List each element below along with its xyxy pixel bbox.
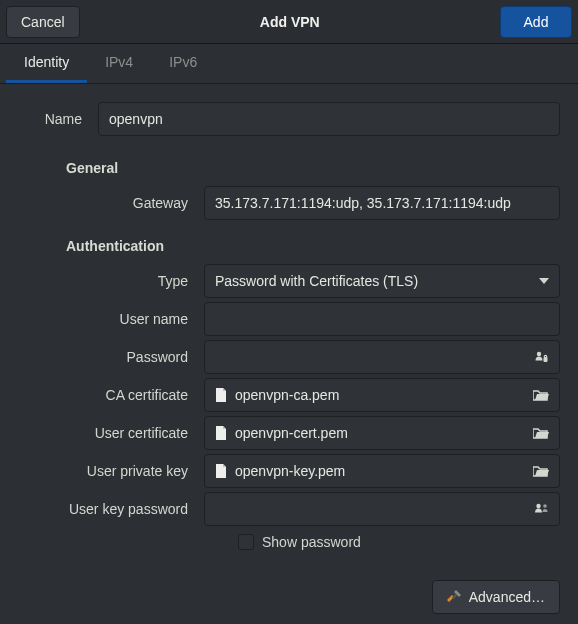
svg-point-0 <box>537 352 541 356</box>
identity-panel: Name General Gateway Authentication Type… <box>0 84 578 624</box>
gateway-input[interactable] <box>204 186 560 220</box>
svg-point-3 <box>536 504 540 508</box>
password-label: Password <box>18 349 204 365</box>
user-cert-label: User certificate <box>18 425 204 441</box>
password-storage-icon[interactable] <box>527 350 555 364</box>
show-password-label: Show password <box>262 534 361 550</box>
tab-bar: Identity IPv4 IPv6 <box>0 44 578 84</box>
cancel-button[interactable]: Cancel <box>6 6 80 38</box>
password-input-wrapper <box>204 340 560 374</box>
section-general: General <box>18 140 560 186</box>
password-input[interactable] <box>215 349 527 365</box>
username-input[interactable] <box>204 302 560 336</box>
svg-point-4 <box>543 504 547 508</box>
private-key-filechooser[interactable]: openvpn-key.pem <box>204 454 560 488</box>
user-cert-filename: openvpn-cert.pem <box>235 425 348 441</box>
ca-cert-filechooser[interactable]: openvpn-ca.pem <box>204 378 560 412</box>
titlebar: Cancel Add VPN Add <box>0 0 578 44</box>
name-input[interactable] <box>98 102 560 136</box>
user-cert-filechooser[interactable]: openvpn-cert.pem <box>204 416 560 450</box>
tab-identity[interactable]: Identity <box>6 44 87 83</box>
open-folder-icon <box>533 427 549 439</box>
show-password-checkbox[interactable] <box>238 534 254 550</box>
private-key-label: User private key <box>18 463 204 479</box>
open-folder-icon <box>533 389 549 401</box>
document-icon <box>215 426 227 440</box>
tab-ipv4[interactable]: IPv4 <box>87 44 151 83</box>
dialog-title: Add VPN <box>260 14 320 30</box>
key-password-input-wrapper <box>204 492 560 526</box>
auth-type-value: Password with Certificates (TLS) <box>215 273 418 289</box>
username-label: User name <box>18 311 204 327</box>
add-button[interactable]: Add <box>500 6 572 38</box>
advanced-button[interactable]: Advanced… <box>432 580 560 614</box>
document-icon <box>215 388 227 402</box>
ca-cert-filename: openvpn-ca.pem <box>235 387 339 403</box>
key-password-label: User key password <box>18 501 204 517</box>
private-key-filename: openvpn-key.pem <box>235 463 345 479</box>
section-authentication: Authentication <box>18 224 560 264</box>
ca-cert-label: CA certificate <box>18 387 204 403</box>
auth-type-select[interactable]: Password with Certificates (TLS) <box>204 264 560 298</box>
tools-icon <box>447 590 461 604</box>
gateway-label: Gateway <box>18 195 204 211</box>
password-storage-icon[interactable] <box>527 502 555 516</box>
key-password-input[interactable] <box>215 501 527 517</box>
open-folder-icon <box>533 465 549 477</box>
tab-ipv6[interactable]: IPv6 <box>151 44 215 83</box>
name-label: Name <box>18 111 98 127</box>
advanced-button-label: Advanced… <box>469 589 545 605</box>
svg-rect-2 <box>544 355 546 358</box>
auth-type-label: Type <box>18 273 204 289</box>
chevron-down-icon <box>539 278 549 284</box>
document-icon <box>215 464 227 478</box>
